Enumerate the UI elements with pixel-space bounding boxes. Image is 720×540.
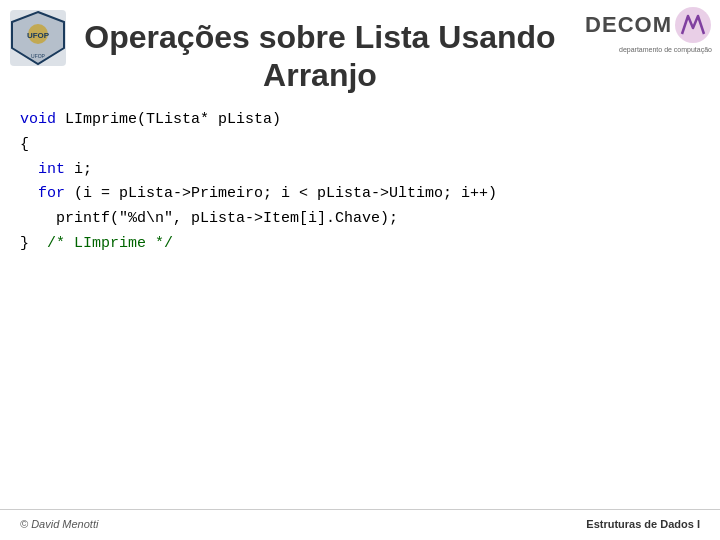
footer-left: © David Menotti [20, 518, 98, 530]
code-line-3: int i; [20, 158, 700, 183]
footer-right: Estruturas de Dados I [586, 518, 700, 530]
slide-title: Operações sobre Lista Usando Arranjo [80, 18, 560, 95]
code-line-2: { [20, 133, 700, 158]
decom-text: DECOM [585, 12, 672, 38]
code-line-6: } /* LImprime */ [20, 232, 700, 257]
code-line-4: for (i = pLista->Primeiro; i < pLista->U… [20, 182, 700, 207]
ufop-logo: UFOP UFOP [8, 8, 68, 68]
svg-text:UFOP: UFOP [31, 53, 46, 59]
decom-logo: DECOM departamento de computação [585, 6, 712, 54]
code-line-1: void LImprime(TLista* pLista) [20, 108, 700, 133]
code-line-5: printf("%d\n", pLista->Item[i].Chave); [20, 207, 700, 232]
decom-subtitle: departamento de computação [619, 46, 712, 54]
slide-title-text: Operações sobre Lista Usando Arranjo [80, 18, 560, 95]
svg-text:UFOP: UFOP [27, 31, 50, 40]
code-block: void LImprime(TLista* pLista) { int i; f… [20, 108, 700, 257]
bottom-divider [0, 509, 720, 510]
